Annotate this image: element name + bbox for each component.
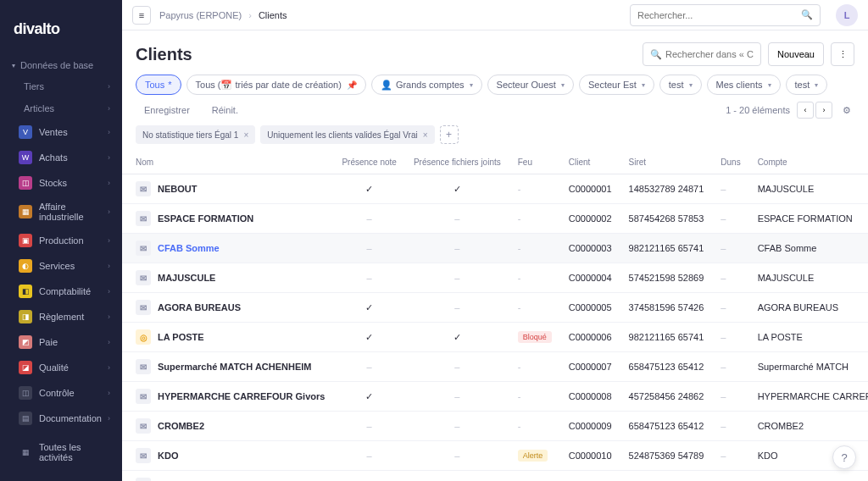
siret: 982121165 65741 xyxy=(620,323,713,352)
sidebar-paie[interactable]: ◩Paie› xyxy=(0,329,122,355)
col-siret[interactable]: Siret xyxy=(620,151,713,174)
table-row[interactable]: ◎LA POSTE ✓ ✓ Bloqué C0000006 982121165 … xyxy=(122,323,868,352)
siret: 574521598 52869 xyxy=(620,263,713,293)
col-fichiers[interactable]: Présence fichiers joints xyxy=(405,151,509,174)
client-name[interactable]: NEBOUT xyxy=(158,184,197,194)
chip-ouest[interactable]: Secteur Ouest▾ xyxy=(487,75,574,95)
sidebar-section-base[interactable]: ▾Données de base xyxy=(0,55,122,75)
chip-enregistrer[interactable]: Enregistrer xyxy=(136,100,198,120)
col-compte[interactable]: Compte xyxy=(749,151,868,174)
table-row[interactable]: ✉NEBOUT ✓ ✓ - C0000001 148532789 24871 –… xyxy=(122,174,868,204)
row-type-icon: ✉ xyxy=(136,389,151,404)
client-name[interactable]: LA POSTE xyxy=(158,332,204,342)
help-button[interactable]: ? xyxy=(832,445,856,469)
sidebar-documentation[interactable]: ▤Documentation› xyxy=(0,406,122,431)
active-filters: No statistique tiers Égal 1× Uniquement … xyxy=(122,125,868,151)
sidebar-reglement[interactable]: ◨Règlement› xyxy=(0,304,122,329)
new-button[interactable]: Nouveau xyxy=(768,42,824,66)
chip-tous[interactable]: Tous* xyxy=(136,75,181,95)
col-feu[interactable]: Feu xyxy=(509,151,560,174)
documentation-icon: ▤ xyxy=(19,412,32,425)
topbar: ≡ Papyrus (ERPONE) › Clients 🔍 L xyxy=(122,0,868,30)
client-name[interactable]: AGORA BUREAUS xyxy=(158,302,241,312)
logo: divalto xyxy=(0,8,122,55)
sidebar-articles[interactable]: Articles› xyxy=(0,97,122,119)
table-row[interactable]: ✉AGORA BUREAUS ✓ – - C0000005 374581596 … xyxy=(122,293,868,323)
sidebar-affaire[interactable]: ▦Affaire industrielle› xyxy=(0,196,122,228)
affaire-icon: ▦ xyxy=(19,205,32,218)
search-icon: 🔍 xyxy=(650,49,662,60)
client-code: C0000004 xyxy=(560,263,620,293)
chip-est[interactable]: Secteur Est▾ xyxy=(579,75,654,95)
check-icon: ✓ xyxy=(365,332,373,342)
filter-tag-2[interactable]: Uniquement les clients valides Égal Vrai… xyxy=(260,125,434,144)
check-icon: ✓ xyxy=(453,184,461,194)
close-icon[interactable]: × xyxy=(243,130,248,140)
page-search-input[interactable] xyxy=(665,49,754,59)
sidebar-tiers[interactable]: Tiers› xyxy=(0,75,122,97)
siret: 374581596 57426 xyxy=(620,293,713,323)
sidebar-qualite[interactable]: ◪Qualité› xyxy=(0,355,122,380)
sidebar-activites[interactable]: ▦Toutes les activités xyxy=(0,436,122,468)
client-name[interactable]: KDO xyxy=(158,451,178,461)
global-search[interactable]: 🔍 xyxy=(630,4,821,26)
chip-tous-sorted[interactable]: Tous (📅 triés par date de création)📌 xyxy=(186,75,366,95)
col-nom[interactable]: Nom xyxy=(122,151,333,174)
sidebar-comptabilite[interactable]: ◧Comptabilité› xyxy=(0,279,122,304)
compte: CFAB Somme xyxy=(749,234,868,263)
sidebar-ventes[interactable]: VVentes› xyxy=(0,119,122,145)
global-search-input[interactable] xyxy=(637,10,801,20)
client-name[interactable]: CFAB Somme xyxy=(158,243,220,253)
status-badge: Bloqué xyxy=(518,331,552,343)
table-row[interactable]: ✉ESPACE FORMATION – – - C0000002 5874542… xyxy=(122,204,868,234)
breadcrumb-root[interactable]: Papyrus (ERPONE) xyxy=(159,10,242,20)
sidebar-production[interactable]: ▣Production› xyxy=(0,228,122,253)
client-name[interactable]: CROMBE2 xyxy=(158,421,204,431)
siret: 587454268 57853 xyxy=(620,204,713,234)
user-avatar[interactable]: L xyxy=(836,4,858,26)
settings-icon[interactable]: ⚙ xyxy=(839,102,854,118)
client-code: C0000007 xyxy=(560,352,620,382)
close-icon[interactable]: × xyxy=(423,130,428,140)
client-name[interactable]: HYPERMARCHE CARREFOUR Givors xyxy=(158,391,325,401)
table-row[interactable]: ✉KDO – – Alerte C0000010 524875369 54789… xyxy=(122,441,868,471)
page-search[interactable]: 🔍 xyxy=(643,42,761,66)
pagination-text: 1 - 20 éléments xyxy=(726,105,790,115)
more-button[interactable]: ⋮ xyxy=(831,42,854,66)
chip-mes[interactable]: Mes clients▾ xyxy=(707,75,781,95)
page-header: Clients 🔍 Nouveau ⋮ xyxy=(122,30,868,75)
table-row[interactable]: ✉MAJUSCULE – – - C0000004 574521598 5286… xyxy=(122,263,868,293)
ventes-icon: V xyxy=(19,125,32,139)
sidebar-stocks[interactable]: ◫Stocks› xyxy=(0,170,122,196)
chip-test2[interactable]: test▾ xyxy=(786,75,828,95)
table-container[interactable]: Nom Présence note Présence fichiers join… xyxy=(122,151,868,481)
sidebar-achats[interactable]: WAchats› xyxy=(0,145,122,170)
menu-toggle[interactable]: ≡ xyxy=(132,6,151,25)
user-icon: 👤 xyxy=(381,80,392,91)
page-prev[interactable]: ‹ xyxy=(797,102,814,119)
col-note[interactable]: Présence note xyxy=(333,151,405,174)
filter-tag-1[interactable]: No statistique tiers Égal 1× xyxy=(136,125,255,144)
sidebar-controle[interactable]: ◫Contrôle› xyxy=(0,380,122,406)
breadcrumb-current: Clients xyxy=(259,10,287,20)
clients-table: Nom Présence note Présence fichiers join… xyxy=(122,151,868,481)
page-next[interactable]: › xyxy=(815,102,832,119)
client-name[interactable]: ESPACE FORMATION xyxy=(158,213,253,224)
client-name[interactable]: MAJUSCULE xyxy=(158,273,215,283)
table-row[interactable]: ✉Supermarché MATCH OBERNAI – – - C000001… xyxy=(122,471,868,482)
table-row[interactable]: ✉CFAB Somme – – - C0000003 982121165 657… xyxy=(122,234,868,263)
col-duns[interactable]: Duns xyxy=(712,151,748,174)
duns: – xyxy=(712,174,748,204)
duns: – xyxy=(712,293,748,323)
table-row[interactable]: ✉Supermarché MATCH ACHENHEIM – – - C0000… xyxy=(122,352,868,382)
add-filter-button[interactable]: + xyxy=(440,125,459,144)
siret: 457258456 24862 xyxy=(620,382,713,412)
chip-reinit[interactable]: Réinit. xyxy=(203,100,247,120)
table-row[interactable]: ✉HYPERMARCHE CARREFOUR Givors ✓ – - C000… xyxy=(122,382,868,412)
col-client[interactable]: Client xyxy=(560,151,620,174)
table-row[interactable]: ✉CROMBE2 – – - C0000009 658475123 65412 … xyxy=(122,412,868,441)
sidebar-services[interactable]: ◐Services› xyxy=(0,253,122,279)
client-name[interactable]: Supermarché MATCH ACHENHEIM xyxy=(158,362,312,372)
chip-test1[interactable]: test▾ xyxy=(659,75,702,95)
chip-grands[interactable]: 👤Grands comptes▾ xyxy=(371,75,482,95)
